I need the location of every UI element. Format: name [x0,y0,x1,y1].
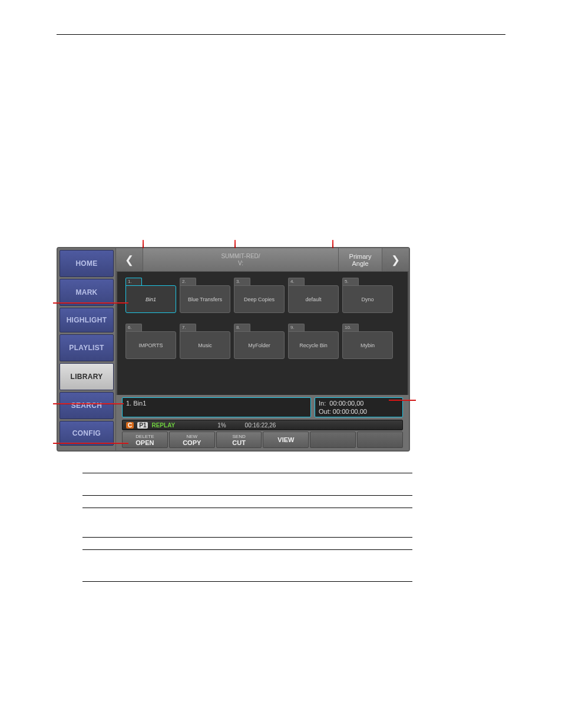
replay-strip: C P1 REPLAY 1% 00:16:22,26 [122,420,403,430]
in-row: In: 00:00:00,00 [319,399,399,407]
folder-label: MyFolder [234,331,285,359]
angle-line2: Angle [352,260,368,267]
folder-number: 10. [342,324,359,332]
softkey-bottom: VIEW [277,437,294,443]
callout-line [143,240,144,248]
out-value: 00:00:00,00 [333,408,367,415]
folder-item[interactable]: 4. default [288,278,339,313]
in-value: 00:00:00,00 [329,400,363,407]
callout-line [53,302,128,304]
table-header [183,473,412,496]
replay-label: REPLAY [151,422,175,429]
sidebar-item-label: CONFIG [72,429,101,437]
folder-item[interactable]: 2. Blue Transfers [180,278,230,313]
sidebar-item-label: HOME [75,259,97,268]
softkey-cut[interactable]: SENDCUT [216,431,262,448]
folder-number: 4. [288,278,305,286]
player-badge: P1 [137,422,148,429]
callout-line [234,240,236,248]
selected-bin-label: 1. Bin1 [126,400,146,407]
description-table [82,473,412,582]
folder-grid: 1. Bin1 2. Blue Transfers 3. Deep Copies… [116,272,409,395]
out-label: Out: [319,408,331,415]
folder-item[interactable]: 9. Recycle Bin [288,324,339,359]
folder-label: Music [180,331,230,359]
folder-label: IMPORTS [125,331,176,359]
nav-prev-button[interactable]: ❮ [116,248,143,271]
table-row [82,496,412,508]
sidebar: HOME MARK HIGHLIGHT PLAYLIST LIBRARY SEA… [58,248,115,450]
softkey-bottom: CUT [232,440,246,446]
folder-item[interactable]: 8. MyFolder [234,324,285,359]
sidebar-item-config[interactable]: CONFIG [59,421,114,446]
out-row: Out: 00:00:00,00 [319,407,399,416]
folder-item[interactable]: 6. IMPORTS [125,324,176,359]
folder-item[interactable]: 3. Deep Copies [234,278,285,313]
folder-number: 2. [180,278,196,286]
folder-number: 3. [234,278,250,286]
main-area: ❮ SUMMIT-RED/ V: Primary Angle ❯ 1. Bin1 [115,248,409,450]
callout-line [332,240,333,248]
folder-label: Blue Transfers [180,285,230,313]
info-strip: 1. Bin1 In: 00:00:00,00 Out: 00:00:00,00 [122,397,403,417]
angle-line1: Primary [349,253,372,260]
softkey-open[interactable]: DELETEOPEN [122,431,168,448]
folder-label: Mybin [342,331,393,359]
softkey-bottom: OPEN [135,440,154,446]
folder-row: 1. Bin1 2. Blue Transfers 3. Deep Copies… [125,278,402,313]
folder-number: 9. [288,324,305,332]
sidebar-item-label: LIBRARY [71,373,103,381]
sidebar-item-label: HIGHLIGHT [67,316,107,324]
selected-bin-field[interactable]: 1. Bin1 [122,397,311,417]
folder-item[interactable]: 7. Music [180,324,230,359]
channel-badge: C [126,422,134,429]
folder-number: 7. [180,324,196,332]
folder-number: 8. [234,324,250,332]
top-divider [57,34,505,35]
app-window: HOME MARK HIGHLIGHT PLAYLIST LIBRARY SEA… [57,247,410,452]
folder-label: default [288,285,339,313]
folder-number: 6. [125,324,142,332]
replay-time: 00:16:22,26 [245,422,276,429]
softkey-copy[interactable]: NEWCOPY [169,431,215,448]
folder-item[interactable]: 10. Mybin [342,324,393,359]
callout-line [53,403,124,404]
sidebar-item-library[interactable]: LIBRARY [59,363,114,390]
table-header [106,473,183,496]
table-header [82,473,106,496]
angle-button[interactable]: Primary Angle [338,248,382,271]
folder-item[interactable]: 5. Dyno [342,278,393,313]
callout-line [389,400,416,401]
sidebar-item-highlight[interactable]: HIGHLIGHT [59,308,114,332]
replay-percent: 1% [217,422,226,429]
sidebar-item-playlist[interactable]: PLAYLIST [59,334,114,361]
breadcrumb[interactable]: SUMMIT-RED/ V: [143,248,338,271]
chevron-left-icon: ❮ [125,253,134,266]
nav-next-button[interactable]: ❯ [382,248,409,271]
sidebar-item-label: PLAYLIST [69,344,104,352]
in-label: In: [319,400,326,407]
softkey-row: DELETEOPEN NEWCOPY SENDCUT VIEW [122,431,403,448]
folder-label: Bin1 [125,285,176,313]
softkey-empty[interactable] [357,431,403,448]
folder-label: Recycle Bin [288,331,339,359]
folder-item[interactable]: 1. Bin1 [125,278,176,313]
table-row [82,538,412,550]
path-line1: SUMMIT-RED/ [221,253,260,260]
softkey-view[interactable]: VIEW [263,431,309,448]
callout-line [53,443,128,444]
sidebar-item-home[interactable]: HOME [59,250,114,277]
table-row [82,550,412,582]
sidebar-item-search[interactable]: SEARCH [59,392,114,419]
softkey-empty[interactable] [310,431,356,448]
path-line2: V: [238,260,243,267]
folder-label: Dyno [342,285,393,313]
topbar: ❮ SUMMIT-RED/ V: Primary Angle ❯ [116,248,409,272]
sidebar-item-label: MARK [75,288,97,297]
table-row [82,508,412,538]
folder-number: 5. [342,278,359,286]
folder-row: 6. IMPORTS 7. Music 8. MyFolder 9. Recyc… [125,324,402,359]
folder-label: Deep Copies [234,285,285,313]
chevron-right-icon: ❯ [391,253,400,266]
softkey-bottom: COPY [183,440,201,446]
